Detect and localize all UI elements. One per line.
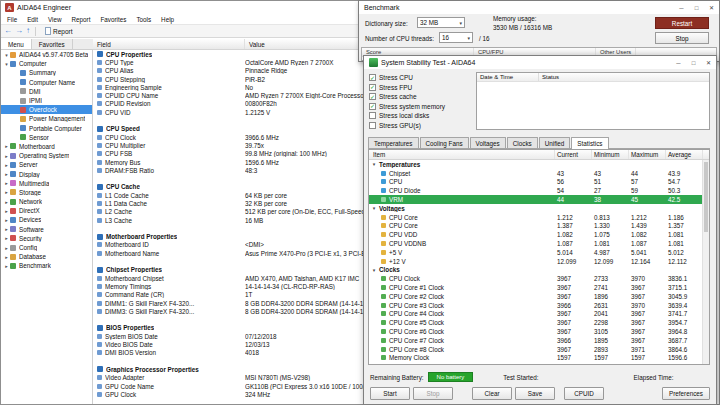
stats-row[interactable]: CPU Core #5 Clock 3967 2298 3967 3954.7 xyxy=(369,318,709,327)
stats-row[interactable]: Temperatures xyxy=(369,160,709,169)
tree-expander-icon[interactable]: ▸ xyxy=(3,245,10,251)
stats-row[interactable]: Chipset 43 43 44 43.9 xyxy=(369,169,709,178)
sidebar-tree-item[interactable]: ▸ Devices xyxy=(1,215,92,224)
stats-row[interactable]: CPU VDDNB 1.087 1.081 1.087 1.081 xyxy=(369,239,709,248)
menu-item[interactable]: View xyxy=(43,16,67,23)
sidebar-tree-item[interactable]: ▾ Computer xyxy=(1,59,92,68)
stats-row[interactable]: Voltages xyxy=(369,204,709,213)
stability-button[interactable]: Stop xyxy=(413,387,453,400)
stats-row[interactable]: CPU Core #3 Clock 3966 2631 3970 3639.4 xyxy=(369,301,709,310)
checkbox-icon[interactable] xyxy=(369,74,376,81)
collapse-icon[interactable] xyxy=(369,161,379,167)
minimize-icon[interactable]: ─ xyxy=(674,1,689,14)
checkbox-icon[interactable] xyxy=(369,112,376,119)
sidebar-tree-item[interactable]: DMI xyxy=(1,87,92,96)
stats-scrollbar[interactable] xyxy=(702,160,709,364)
sidebar-tree-item[interactable]: ▸ Operating System xyxy=(1,151,92,160)
sidebar-tree-item[interactable]: IPMI xyxy=(1,96,92,105)
sidebar-tree-item[interactable]: ▸ Benchmark xyxy=(1,261,92,270)
tree-expander-icon[interactable]: ▸ xyxy=(3,199,10,205)
tree-expander-icon[interactable]: ▸ xyxy=(3,143,10,149)
tree-expander-icon[interactable]: ▸ xyxy=(3,189,10,195)
menu-item[interactable]: Tools xyxy=(131,16,156,23)
stats-row[interactable]: CPU Clock 3967 2733 3970 3836.1 xyxy=(369,274,709,283)
tree-expander-icon[interactable]: ▸ xyxy=(3,153,10,159)
sidebar-tree-item[interactable]: ▾ AIDA64 v5.97.4705 Beta xyxy=(1,50,92,59)
benchmark-stop-button[interactable]: Stop xyxy=(655,32,709,44)
tree-expander-icon[interactable]: ▸ xyxy=(3,217,10,223)
stability-tab[interactable]: Unified xyxy=(539,137,571,148)
sidebar-tree-item[interactable]: Power Management xyxy=(1,114,92,123)
tree-expander-icon[interactable]: ▸ xyxy=(3,235,10,241)
maximize-icon[interactable]: □ xyxy=(686,56,701,69)
stress-checkbox-row[interactable]: Stress CPU xyxy=(369,73,445,83)
stability-tab[interactable]: Temperatures xyxy=(368,137,419,148)
stats-row[interactable]: CPU 56 51 57 54.7 xyxy=(369,178,709,187)
back-icon[interactable]: ← xyxy=(4,27,12,35)
forward-icon[interactable]: → xyxy=(15,27,23,35)
stats-row[interactable]: CPU Core #4 Clock 3967 2041 3967 3741.7 xyxy=(369,310,709,319)
sidebar-tree-item[interactable]: ▸ Server xyxy=(1,160,92,169)
status-log-list[interactable]: Date & Time Status xyxy=(476,72,710,130)
sidebar-tree-item[interactable]: Computer Name xyxy=(1,78,92,87)
stability-button[interactable]: Save xyxy=(515,387,555,400)
stability-button[interactable]: Start xyxy=(370,387,410,400)
sidebar-tab[interactable]: Menu xyxy=(1,39,32,49)
close-icon[interactable]: ✕ xyxy=(704,1,719,14)
sidebar-tree-item[interactable]: Sensor xyxy=(1,133,92,142)
stress-checkbox-row[interactable]: Stress system memory xyxy=(369,102,445,112)
tree-expander-icon[interactable]: ▸ xyxy=(3,180,10,186)
stats-row[interactable]: VRM 44 38 45 42.5 xyxy=(369,195,709,204)
stats-row[interactable]: +5 V 5.014 4.987 5.041 5.012 xyxy=(369,248,709,257)
stats-row[interactable]: +12 V 12.099 12.099 12.164 12.112 xyxy=(369,257,709,266)
sidebar-tree-item[interactable]: Summary xyxy=(1,68,92,77)
stats-row[interactable]: CPU VDD 1.082 1.075 1.082 1.081 xyxy=(369,230,709,239)
scrollbar-thumb[interactable] xyxy=(704,162,708,232)
stats-row[interactable]: CPU Core 1.212 0.813 1.212 1.186 xyxy=(369,213,709,222)
maximize-icon[interactable]: □ xyxy=(689,1,704,14)
stats-row[interactable]: CPU Core #2 Clock 3967 1896 3967 3045.9 xyxy=(369,292,709,301)
menu-item[interactable]: Favorites xyxy=(95,16,131,23)
tree-expander-icon[interactable]: ▾ xyxy=(3,52,10,58)
checkbox-icon[interactable] xyxy=(369,103,376,110)
stats-row[interactable]: CPU Core 1.387 1.330 1.439 1.357 xyxy=(369,222,709,231)
dictionary-size-select[interactable]: 32 MB ▾ xyxy=(417,17,465,28)
sidebar-tree-item[interactable]: ▸ Database xyxy=(1,252,92,261)
collapse-icon[interactable] xyxy=(369,267,379,273)
tree-expander-icon[interactable]: ▾ xyxy=(3,61,10,67)
stats-row[interactable]: CPU Core #8 Clock 3967 2893 3971 3864.6 xyxy=(369,345,709,354)
cpu-threads-select[interactable]: 16 ▾ xyxy=(439,32,473,43)
sidebar-tree-item[interactable]: ▸ Storage xyxy=(1,188,92,197)
stability-tab[interactable]: Statistics xyxy=(571,137,608,149)
benchmark-titlebar[interactable]: Benchmark ─ □ ✕ xyxy=(359,1,719,14)
stability-tab[interactable]: Voltages xyxy=(470,137,506,148)
sidebar-tree-item[interactable]: Portable Computer xyxy=(1,124,92,133)
report-button[interactable]: Report xyxy=(41,26,77,36)
stability-button[interactable]: Clear xyxy=(472,387,512,400)
stability-button[interactable]: Preferences xyxy=(662,387,710,400)
tree-expander-icon[interactable]: ▸ xyxy=(3,263,10,269)
sidebar-tree-item[interactable]: ▸ Display xyxy=(1,169,92,178)
menu-item[interactable]: Report xyxy=(67,16,96,23)
menu-item[interactable]: Edit xyxy=(22,16,43,23)
close-icon[interactable]: ✕ xyxy=(701,56,716,69)
stress-checkbox-row[interactable]: Stress GPU(s) xyxy=(369,121,445,131)
sidebar-tree-item[interactable]: ▸ Software xyxy=(1,225,92,234)
sidebar-tree-item[interactable]: Overclock xyxy=(1,105,92,114)
checkbox-icon[interactable] xyxy=(369,93,376,100)
menu-item[interactable]: File xyxy=(2,16,22,23)
stress-checkbox-row[interactable]: Stress local disks xyxy=(369,111,445,121)
stats-row[interactable]: CPU Core #1 Clock 3967 2741 3967 3715.1 xyxy=(369,283,709,292)
stability-tab[interactable]: Cooling Fans xyxy=(420,137,469,148)
up-icon[interactable]: ↑ xyxy=(26,27,30,35)
restart-button[interactable]: Restart xyxy=(655,17,709,29)
stats-row[interactable]: CPU Diode 54 27 59 50.3 xyxy=(369,186,709,195)
sidebar-tab[interactable]: Favorites xyxy=(32,39,73,49)
stats-row[interactable]: CPU Core #7 Clock 3966 1895 3967 3687.7 xyxy=(369,336,709,345)
stress-checkbox-row[interactable]: Stress cache xyxy=(369,92,445,102)
checkbox-icon[interactable] xyxy=(369,122,376,129)
tree-expander-icon[interactable]: ▸ xyxy=(3,171,10,177)
stability-button[interactable]: CPUID xyxy=(564,387,604,400)
sidebar-tree-item[interactable]: ▸ Multimedia xyxy=(1,179,92,188)
tree-expander-icon[interactable]: ▸ xyxy=(3,226,10,232)
